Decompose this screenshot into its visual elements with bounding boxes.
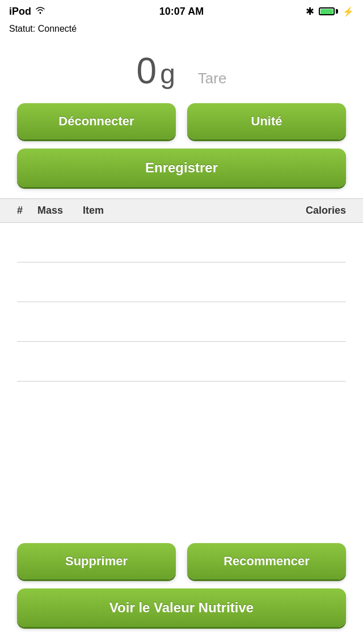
- table-row: [17, 382, 346, 421]
- main-buttons-area: Déconnecter Unité Enregistrer: [0, 98, 363, 193]
- wifi-icon: [35, 6, 46, 17]
- unit-button[interactable]: Unité: [187, 103, 346, 139]
- bottom-button-row: Supprimer Recommencer: [17, 543, 346, 579]
- restart-button[interactable]: Recommencer: [187, 543, 346, 579]
- svg-point-0: [40, 12, 41, 14]
- status-left: iPod: [9, 6, 46, 18]
- table-row: [17, 262, 346, 302]
- delete-button[interactable]: Supprimer: [17, 543, 176, 579]
- col-header-item: Item: [83, 205, 289, 217]
- table-row: [17, 342, 346, 382]
- charge-icon: ⚡: [343, 6, 354, 17]
- battery-icon: [319, 7, 338, 15]
- col-header-calories: Calories: [289, 205, 346, 217]
- status-right: ✱ ⚡: [306, 5, 354, 18]
- device-name: iPod: [9, 6, 31, 18]
- connection-status: Statut: Connecté: [0, 23, 363, 39]
- tare-button[interactable]: Tare: [198, 70, 227, 87]
- status-bar: iPod 10:07 AM ✱ ⚡: [0, 0, 363, 23]
- table-row: [17, 302, 346, 342]
- status-time: 10:07 AM: [159, 6, 204, 18]
- connection-label: Statut: Connecté: [9, 24, 77, 33]
- col-header-mass: Mass: [37, 205, 83, 217]
- battery-fill: [320, 9, 333, 15]
- bottom-area: Supprimer Recommencer Voir le Valeur Nut…: [0, 534, 363, 644]
- disconnect-button[interactable]: Déconnecter: [17, 103, 176, 139]
- weight-value: 0: [137, 50, 156, 92]
- weight-unit: g: [160, 58, 175, 90]
- bluetooth-icon: ✱: [306, 5, 314, 18]
- battery-tip: [336, 9, 338, 14]
- table-row: [17, 223, 346, 262]
- battery-body: [319, 7, 335, 15]
- top-button-row: Déconnecter Unité: [17, 103, 346, 139]
- save-button[interactable]: Enregistrer: [17, 149, 346, 187]
- table-rows: [0, 223, 363, 421]
- food-table: # Mass Item Calories: [0, 198, 363, 421]
- col-header-num: #: [17, 205, 37, 217]
- weight-display: 0 g Tare: [0, 39, 363, 98]
- table-header: # Mass Item Calories: [0, 198, 363, 223]
- nutrition-button[interactable]: Voir le Valeur Nutritive: [17, 588, 346, 627]
